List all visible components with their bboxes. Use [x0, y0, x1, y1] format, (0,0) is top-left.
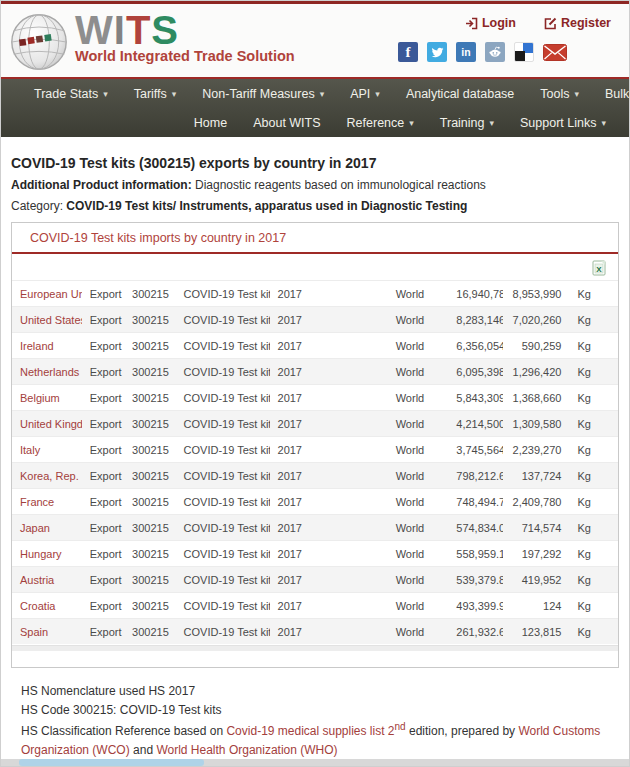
- svg-text:X: X: [596, 265, 602, 274]
- nav-item-analytical-database[interactable]: Analytical database: [395, 83, 525, 105]
- twitter-icon[interactable]: [427, 42, 447, 62]
- nav-item-tools[interactable]: Tools▾: [529, 83, 590, 105]
- country-link[interactable]: Belgium: [20, 392, 60, 404]
- table-row: United StatesExport300215COVID-19 Test k…: [12, 307, 618, 333]
- cell-value: 574,834.04: [448, 515, 503, 541]
- cell-unit: Kg: [569, 489, 618, 515]
- nav-item-label: Tools: [540, 87, 569, 101]
- edit-pencil-icon: [544, 17, 557, 30]
- header-right: Login Register f in: [398, 8, 615, 77]
- brand-letter: T: [126, 8, 151, 52]
- cell-quantity: 124: [503, 593, 570, 619]
- cell-flow: Export: [82, 489, 124, 515]
- nav-item-training[interactable]: Training▾: [429, 112, 505, 134]
- country-link[interactable]: Netherlands: [20, 366, 79, 378]
- nav-item-label: Reference: [347, 116, 405, 130]
- nav-item-trade-stats[interactable]: Trade Stats▾: [23, 83, 119, 105]
- cell-unit: Kg: [569, 411, 618, 437]
- country-link[interactable]: Italy: [20, 444, 40, 456]
- brand-acronym: WITS: [75, 10, 295, 50]
- excel-export-button[interactable]: X: [592, 260, 608, 276]
- cell-year: 2017: [270, 333, 388, 359]
- table-row: FranceExport300215COVID-19 Test kits2017…: [12, 489, 618, 515]
- country-link[interactable]: Austria: [20, 574, 54, 586]
- country-link[interactable]: United Kingdom: [20, 418, 82, 430]
- nav-item-label: Trade Stats: [34, 87, 98, 101]
- cell-quantity: 2,239,270: [503, 437, 570, 463]
- cell-product: COVID-19 Test kits: [176, 359, 270, 385]
- email-icon[interactable]: [543, 44, 567, 61]
- cell-quantity: 7,020,260: [503, 307, 570, 333]
- nav-item-api[interactable]: API▾: [339, 83, 391, 105]
- sign-in-icon: [465, 17, 478, 30]
- who-link[interactable]: World Health Organization (WHO): [156, 743, 337, 757]
- delicious-icon[interactable]: [514, 42, 534, 62]
- cell-product: COVID-19 Test kits: [176, 281, 270, 307]
- horizontal-scrollbar[interactable]: [1, 759, 629, 766]
- cell-code: 300215: [124, 281, 176, 307]
- country-link[interactable]: Hungary: [20, 548, 62, 560]
- nav-item-label: Tariffs: [134, 87, 167, 101]
- nav-item-home[interactable]: Home: [183, 112, 238, 134]
- category-value: COVID-19 Test kits/ Instruments, apparat…: [66, 199, 467, 213]
- cell-year: 2017: [270, 567, 388, 593]
- cell-year: 2017: [270, 619, 388, 645]
- login-link[interactable]: Login: [465, 16, 516, 30]
- linkedin-icon[interactable]: in: [456, 42, 476, 62]
- cell-unit: Kg: [569, 619, 618, 645]
- register-link[interactable]: Register: [544, 16, 611, 30]
- country-link[interactable]: France: [20, 496, 54, 508]
- table-row: European UnionExport300215COVID-19 Test …: [12, 281, 618, 307]
- cell-product: COVID-19 Test kits: [176, 489, 270, 515]
- cell-code: 300215: [124, 359, 176, 385]
- nav-item-support-links[interactable]: Support Links▾: [509, 112, 617, 134]
- nav-item-about-wits[interactable]: About WITS: [242, 112, 331, 134]
- country-link[interactable]: United States: [20, 314, 82, 326]
- cell-country: United States: [12, 307, 82, 333]
- nav-item-label: About WITS: [253, 116, 320, 130]
- country-link[interactable]: Croatia: [20, 600, 55, 612]
- chevron-down-icon: ▾: [409, 118, 414, 128]
- trade-table-panel: COVID-19 Test kits imports by country in…: [11, 222, 619, 668]
- cell-partner: World: [388, 489, 449, 515]
- excel-icon: X: [592, 260, 608, 276]
- nav-item-reference[interactable]: Reference▾: [336, 112, 425, 134]
- main-nav: Trade Stats▾Tariffs▾Non-Tariff Measures▾…: [1, 79, 629, 137]
- nav-item-label: Training: [440, 116, 485, 130]
- cell-flow: Export: [82, 411, 124, 437]
- imports-tab-link[interactable]: COVID-19 Test kits imports by country in…: [12, 231, 286, 245]
- country-link[interactable]: European Union: [20, 288, 82, 300]
- cell-value: 3,745,564.14: [448, 437, 503, 463]
- nav-item-non-tariff-measures[interactable]: Non-Tariff Measures▾: [191, 83, 335, 105]
- cell-partner: World: [388, 437, 449, 463]
- table-row: BelgiumExport300215COVID-19 Test kits201…: [12, 385, 618, 411]
- cell-quantity: 2,409,780: [503, 489, 570, 515]
- nav-item-tariffs[interactable]: Tariffs▾: [123, 83, 188, 105]
- cell-value: 6,356,054.92: [448, 333, 503, 359]
- country-link[interactable]: Korea, Rep.: [20, 470, 79, 482]
- register-label: Register: [561, 16, 611, 30]
- horizontal-scrollbar-thumb[interactable]: [19, 759, 204, 766]
- chevron-down-icon: ▾: [601, 118, 606, 128]
- cell-unit: Kg: [569, 463, 618, 489]
- cell-quantity: 197,292: [503, 541, 570, 567]
- nav-item-bulk-download[interactable]: Bulk Download: [594, 83, 630, 105]
- cell-value: 16,940,789.16: [448, 281, 503, 307]
- country-link[interactable]: Spain: [20, 626, 48, 638]
- cell-value: 5,843,309.73: [448, 385, 503, 411]
- cell-partner: World: [388, 411, 449, 437]
- brand-tagline: World Integrated Trade Solution: [75, 48, 295, 64]
- table-row: Korea, Rep.Export300215COVID-19 Test kit…: [12, 463, 618, 489]
- brand-letter: I: [114, 8, 126, 52]
- table-row: ItalyExport300215COVID-19 Test kits2017W…: [12, 437, 618, 463]
- cell-unit: Kg: [569, 515, 618, 541]
- covid-supplies-list-link[interactable]: Covid-19 medical supplies list 2nd: [226, 724, 405, 738]
- cell-value: 798,212.69: [448, 463, 503, 489]
- hs-classification-mid: edition, prepared by: [406, 724, 519, 738]
- facebook-icon[interactable]: f: [398, 42, 418, 62]
- country-link[interactable]: Ireland: [20, 340, 54, 352]
- chevron-down-icon: ▾: [490, 118, 495, 128]
- country-link[interactable]: Japan: [20, 522, 50, 534]
- cell-country: Korea, Rep.: [12, 463, 82, 489]
- reddit-icon[interactable]: [485, 42, 505, 62]
